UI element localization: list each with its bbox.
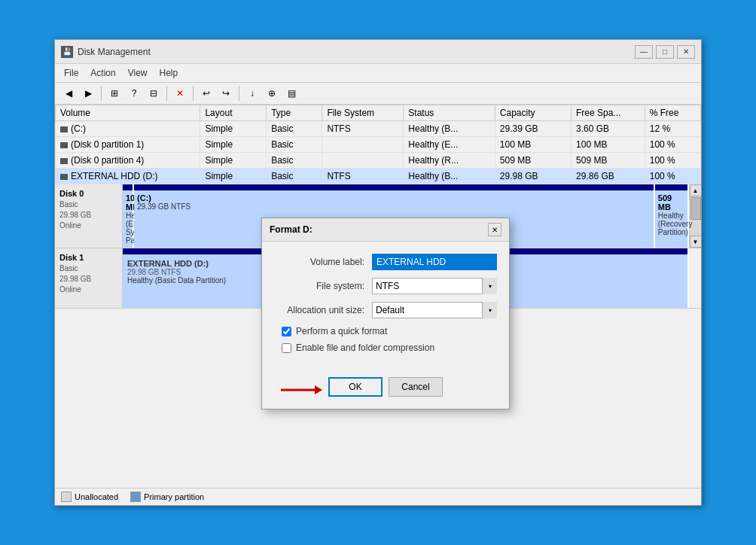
- col-pct[interactable]: % Free: [645, 105, 700, 121]
- menu-file[interactable]: File: [58, 65, 84, 81]
- minimize-button[interactable]: —: [635, 45, 653, 59]
- disk0-partition-p3[interactable]: 509 MB Healthy (Recovery Partition): [655, 184, 689, 248]
- menu-view[interactable]: View: [122, 65, 154, 81]
- partition-body-p1: 100 MB Healthy (EFI System Partiti...: [123, 190, 133, 248]
- toolbar-separator-4: [239, 86, 239, 101]
- table-row[interactable]: (C:) Simple Basic NTFS Healthy (B... 29.…: [56, 121, 701, 137]
- cancel-button[interactable]: Cancel: [389, 377, 443, 397]
- table-row[interactable]: (Disk 0 partition 1) Simple Basic Health…: [56, 137, 701, 153]
- partition-sub-p3: Healthy (Recovery Partition): [658, 212, 684, 236]
- disk0-info: Basic 29.98 GB Online: [59, 199, 117, 231]
- disk1-label: Disk 1 Basic 29.98 GB Online: [55, 248, 123, 308]
- scrollbar-spacer: [689, 248, 701, 308]
- allocation-label: Allocation unit size:: [274, 305, 372, 315]
- partition-sub-p2: 29.39 GB NTFS: [137, 202, 651, 211]
- toolbar: ◀ ▶ ⊞ ? ⊟ ✕ ↩ ↪ ↓ ⊕ ▤: [55, 83, 701, 105]
- refresh-button[interactable]: ↓: [243, 85, 261, 102]
- disk0-partition-p1[interactable]: 100 MB Healthy (EFI System Partiti...: [123, 184, 134, 248]
- legend-unallocated-label: Unallocated: [75, 492, 118, 501]
- legend-primary-label: Primary partition: [144, 492, 204, 501]
- partition-label-p1: 100 MB: [126, 193, 130, 212]
- table-row[interactable]: EXTERNAL HDD (D:) Simple Basic NTFS Heal…: [56, 169, 701, 184]
- cell-capacity: 100 MB: [495, 137, 571, 153]
- cell-pct: 100 %: [645, 137, 700, 153]
- cell-pct: 12 %: [645, 121, 700, 137]
- cell-filesystem: NTFS: [322, 121, 404, 137]
- allocation-select[interactable]: Default 512 1024 2048 4096: [372, 302, 497, 318]
- col-layout[interactable]: Layout: [200, 105, 267, 121]
- volume-table: Volume Layout Type File System Status Ca…: [55, 105, 701, 184]
- partition-label-p2: (C:): [137, 193, 651, 202]
- cell-type: Basic: [267, 153, 322, 169]
- scroll-thumb[interactable]: [690, 197, 701, 220]
- redo-button[interactable]: ↪: [217, 85, 235, 102]
- quick-format-row: Perform a quick format: [274, 326, 497, 336]
- menu-bar: File Action View Help: [55, 64, 701, 83]
- disk0-name: Disk 0: [59, 189, 117, 198]
- legend-unallocated-box: [61, 492, 72, 502]
- cell-volume: EXTERNAL HDD (D:): [56, 169, 200, 184]
- disk0-label: Disk 0 Basic 29.98 GB Online: [55, 184, 123, 248]
- scrollbar[interactable]: ▲ ▼: [689, 184, 701, 248]
- compression-label[interactable]: Enable file and folder compression: [296, 343, 434, 353]
- col-volume[interactable]: Volume: [56, 105, 200, 121]
- delete-button[interactable]: ✕: [171, 85, 189, 102]
- filesystem-select[interactable]: NTFS FAT32 exFAT: [372, 278, 497, 294]
- cell-capacity: 29.39 GB: [495, 121, 571, 137]
- col-free[interactable]: Free Spa...: [572, 105, 645, 121]
- toolbar-separator-3: [193, 86, 194, 101]
- cell-layout: Simple: [200, 153, 267, 169]
- quick-format-label[interactable]: Perform a quick format: [296, 326, 387, 336]
- partition-body-p3: 509 MB Healthy (Recovery Partition): [655, 190, 687, 248]
- partition-header-p1: [123, 184, 133, 190]
- volume-label-input[interactable]: [372, 254, 497, 270]
- table-row[interactable]: (Disk 0 partition 4) Simple Basic Health…: [56, 153, 701, 169]
- col-type[interactable]: Type: [267, 105, 322, 121]
- cell-status: Healthy (B...: [404, 169, 495, 184]
- window-title: Disk Management: [78, 47, 635, 57]
- cell-volume: (C:): [56, 121, 200, 137]
- cell-capacity: 29.98 GB: [495, 169, 571, 184]
- maximize-button[interactable]: □: [656, 45, 674, 59]
- close-button[interactable]: ✕: [677, 45, 695, 59]
- list-button[interactable]: ▤: [282, 85, 300, 102]
- cell-layout: Simple: [200, 169, 267, 184]
- cell-layout: Simple: [200, 137, 267, 153]
- legend-unallocated: Unallocated: [61, 492, 118, 502]
- scroll-up[interactable]: ▲: [690, 184, 702, 196]
- col-filesystem[interactable]: File System: [322, 105, 404, 121]
- cell-free: 509 MB: [572, 153, 645, 169]
- volume-label-control: [372, 254, 497, 270]
- cell-layout: Simple: [200, 121, 267, 137]
- dialog-title-text: Format D:: [270, 224, 312, 235]
- title-bar-buttons: — □ ✕: [635, 45, 695, 59]
- cell-pct: 100 %: [645, 153, 700, 169]
- forward-button[interactable]: ▶: [79, 85, 97, 102]
- compression-row: Enable file and folder compression: [274, 343, 497, 353]
- properties-button[interactable]: ⊞: [105, 85, 123, 102]
- menu-action[interactable]: Action: [84, 65, 121, 81]
- col-capacity[interactable]: Capacity: [495, 105, 571, 121]
- scroll-down[interactable]: ▼: [690, 236, 702, 248]
- legend-primary-box: [130, 492, 141, 502]
- dialog-buttons: OK Cancel: [262, 371, 509, 409]
- undo-button[interactable]: ↩: [197, 85, 215, 102]
- cell-pct: 100 %: [645, 169, 700, 184]
- cell-volume: (Disk 0 partition 1): [56, 137, 200, 153]
- help-button[interactable]: ?: [125, 85, 143, 102]
- ok-button[interactable]: OK: [328, 377, 383, 397]
- add-button[interactable]: ⊕: [263, 85, 281, 102]
- compression-checkbox[interactable]: [282, 343, 291, 353]
- col-status[interactable]: Status: [404, 105, 495, 121]
- dialog-close-button[interactable]: ✕: [488, 223, 501, 236]
- content-area: Volume Layout Type File System Status Ca…: [55, 105, 701, 505]
- partition-sub-p1: Healthy (EFI System Partiti...: [126, 212, 130, 245]
- back-button[interactable]: ◀: [59, 85, 78, 102]
- quick-format-checkbox[interactable]: [282, 327, 291, 336]
- menu-help[interactable]: Help: [154, 65, 184, 81]
- toolbar-separator-2: [166, 86, 167, 101]
- shrink-button[interactable]: ⊟: [145, 85, 163, 102]
- allocation-dropdown-wrapper: Default 512 1024 2048 4096 ▾: [372, 302, 497, 318]
- toolbar-separator-1: [101, 86, 102, 101]
- dialog-body: Volume label: File system: NTFS FAT32: [262, 242, 509, 371]
